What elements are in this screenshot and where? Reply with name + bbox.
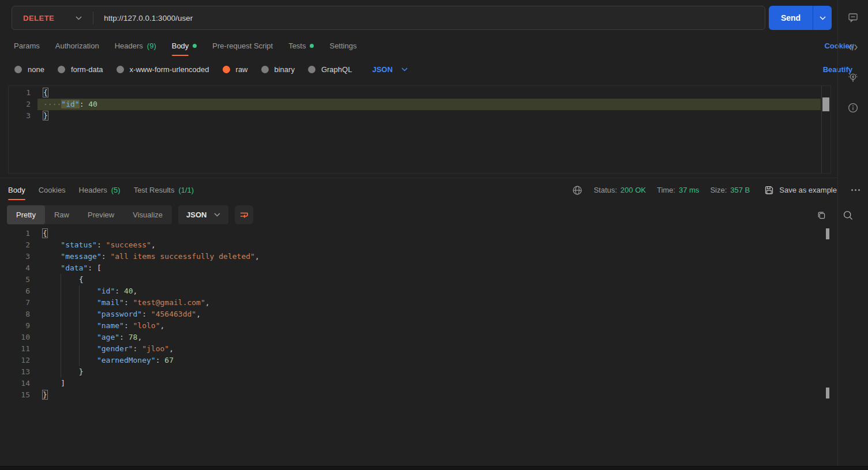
- indent-guide: [61, 297, 61, 309]
- response-tab-cookies[interactable]: Cookies: [39, 180, 66, 200]
- overview-marker: [826, 388, 829, 398]
- response-tab-test-results[interactable]: Test Results(1/1): [134, 180, 194, 200]
- indent-guide: [79, 309, 80, 320]
- globe-icon[interactable]: [572, 185, 583, 195]
- tab-label: Test Results: [134, 180, 175, 200]
- request-tab-headers[interactable]: Headers(9): [115, 36, 156, 56]
- status-label: Status:: [593, 186, 617, 194]
- code-token: 40: [124, 287, 133, 295]
- code-token: "status": [61, 240, 97, 249]
- response-tabs: BodyCookiesHeaders(5)Test Results(1/1): [0, 180, 519, 200]
- request-tab-tests[interactable]: Tests: [288, 36, 314, 56]
- indent-guide: [61, 320, 61, 332]
- response-meta: Status: 200 OK Time: 37 ms Size: 357 B S…: [572, 180, 861, 200]
- chevron-down-icon: [76, 16, 82, 20]
- time-label: Time:: [657, 186, 675, 194]
- response-body-viewer[interactable]: 1{2 "status": "succeess",3 "message": "a…: [8, 228, 831, 407]
- request-language-selector[interactable]: JSON: [372, 65, 407, 74]
- wrap-lines-button[interactable]: [235, 205, 253, 224]
- copy-response-button[interactable]: [816, 210, 826, 220]
- indent-guide: [79, 320, 80, 332]
- code-text: {: [43, 274, 83, 285]
- body-type-form-data[interactable]: form-data: [58, 65, 103, 74]
- line-number: 2: [8, 239, 30, 251]
- request-editor-lines: 1{2····"id": 403}: [9, 87, 831, 122]
- request-body-editor[interactable]: 1{2····"id": 403}: [8, 85, 831, 174]
- request-tab-body[interactable]: Body: [172, 36, 197, 56]
- floppy-disk-icon: [764, 185, 774, 195]
- radio-icon: [308, 66, 315, 73]
- code-token: :: [119, 333, 129, 341]
- code-icon: [847, 42, 859, 53]
- indent-guide: [61, 285, 61, 297]
- text-wrap-icon: [239, 210, 249, 220]
- code-token: [43, 321, 97, 330]
- radio-label: none: [28, 65, 44, 74]
- line-number: 5: [8, 274, 30, 285]
- code-text: "name": "lolo",: [43, 320, 164, 332]
- response-tab-headers[interactable]: Headers(5): [79, 180, 121, 200]
- request-tab-params[interactable]: Params: [14, 36, 40, 56]
- code-token: "test@gmail.com": [133, 298, 205, 307]
- scrollbar-thumb[interactable]: [822, 97, 829, 111]
- overview-marker: [826, 228, 829, 239]
- code-line: 13 }: [8, 366, 831, 378]
- code-token: }: [43, 390, 47, 399]
- code-token: :: [80, 100, 89, 108]
- code-text: }: [43, 389, 47, 401]
- body-type-none[interactable]: none: [14, 65, 44, 74]
- info-button[interactable]: [846, 100, 861, 115]
- chevron-down-icon: [820, 16, 826, 20]
- body-type-binary[interactable]: binary: [261, 65, 295, 74]
- indent-guide: [61, 355, 61, 366]
- send-options-button[interactable]: [813, 6, 832, 30]
- send-button[interactable]: Send: [769, 6, 813, 30]
- indent-guide: [61, 309, 61, 320]
- size-value: 357 B: [730, 186, 750, 194]
- code-token: [43, 356, 97, 364]
- code-token: :: [124, 321, 133, 330]
- code-token: "jloo": [142, 344, 169, 353]
- body-type-graphql[interactable]: GraphQL: [308, 65, 352, 74]
- code-token: ,: [255, 252, 260, 261]
- code-token: [43, 287, 97, 295]
- view-mode-raw[interactable]: Raw: [45, 205, 78, 224]
- code-snippet-button[interactable]: [846, 40, 861, 55]
- line-number: 1: [9, 87, 31, 99]
- response-language-selector[interactable]: JSON: [178, 205, 228, 224]
- view-mode-pretty[interactable]: Pretty: [7, 205, 45, 224]
- code-token: :: [97, 240, 106, 249]
- code-token: [43, 344, 97, 353]
- tab-count: (9): [147, 42, 156, 50]
- view-mode-visualize[interactable]: Visualize: [123, 205, 172, 224]
- request-tab-pre-request-script[interactable]: Pre-request Script: [212, 36, 273, 56]
- radio-icon: [261, 66, 269, 73]
- line-number: 7: [8, 297, 30, 309]
- code-token: "456463dd": [151, 310, 196, 318]
- bottom-bar: [0, 466, 868, 470]
- code-line: 11 "gender": "jloo",: [8, 343, 831, 355]
- view-mode-preview[interactable]: Preview: [78, 205, 123, 224]
- hints-button[interactable]: [846, 70, 861, 85]
- code-token: :: [102, 252, 111, 261]
- code-line: 14 ]: [8, 378, 831, 389]
- request-tab-settings[interactable]: Settings: [329, 36, 356, 56]
- code-token: ,: [205, 298, 210, 307]
- code-token: "data": [61, 264, 88, 272]
- indent-guide: [61, 343, 61, 355]
- body-type-raw[interactable]: raw: [223, 65, 248, 74]
- request-tab-authorization[interactable]: Authorization: [55, 36, 99, 56]
- code-token: :: [142, 310, 151, 318]
- send-button-group: Send: [769, 6, 832, 30]
- save-as-example-button[interactable]: Save as example: [764, 185, 837, 195]
- body-type-x-www-form-urlencoded[interactable]: x-www-form-urlencoded: [117, 65, 209, 74]
- response-tab-body[interactable]: Body: [8, 180, 25, 200]
- code-token: [43, 264, 61, 272]
- comments-button[interactable]: [846, 10, 861, 25]
- body-type-options: noneform-datax-www-form-urlencodedrawbin…: [14, 65, 352, 74]
- method-selector[interactable]: DELETE: [12, 14, 82, 22]
- line-number: 3: [8, 251, 30, 262]
- tab-label: Tests: [288, 36, 306, 56]
- url-input[interactable]: [104, 14, 765, 22]
- code-line: 15}: [8, 389, 831, 401]
